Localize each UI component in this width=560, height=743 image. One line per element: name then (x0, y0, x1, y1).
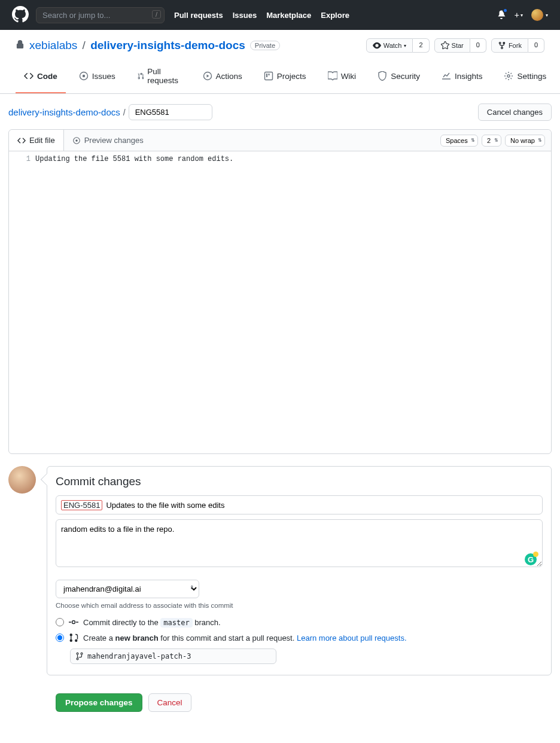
commit-summary-input[interactable] (104, 501, 537, 510)
slash-key-hint: / (152, 10, 161, 19)
user-avatar (8, 466, 36, 494)
commit-email-select[interactable]: jmahendran@digital.ai (56, 580, 199, 598)
fork-count[interactable]: 0 (528, 38, 544, 53)
commit-newbranch-radio[interactable] (56, 634, 64, 642)
preview-changes-tab[interactable]: Preview changes (64, 130, 152, 151)
cancel-button[interactable]: Cancel (148, 693, 191, 712)
watch-count[interactable]: 2 (413, 38, 429, 53)
nav-explore[interactable]: Explore (321, 11, 349, 20)
breadcrumb-root[interactable]: delivery-insights-demo-docs (8, 107, 120, 117)
pull-request-icon (69, 633, 78, 642)
indent-mode-select[interactable]: Spaces (440, 135, 478, 147)
create-menu[interactable]: +▾ (515, 10, 523, 20)
cancel-changes-button[interactable]: Cancel changes (478, 103, 552, 121)
email-hint: Choose which email address to associate … (56, 602, 543, 609)
tab-pulls[interactable]: Pull requests (129, 62, 190, 93)
star-count[interactable]: 0 (470, 38, 486, 53)
github-logo[interactable] (12, 6, 29, 25)
svg-point-12 (77, 658, 78, 660)
crumb-sep: / (83, 39, 86, 51)
tab-insights[interactable]: Insights (433, 62, 491, 93)
svg-point-1 (83, 75, 85, 77)
fork-button[interactable]: Fork (491, 38, 528, 53)
filename-input[interactable] (129, 104, 212, 120)
svg-point-6 (507, 75, 510, 77)
line-number: 1 (9, 155, 31, 163)
nav-marketplace[interactable]: Marketplace (266, 11, 311, 20)
commit-title: Commit changes (56, 475, 543, 488)
owner-link[interactable]: xebialabs (29, 39, 77, 51)
learn-more-link[interactable]: Learn more about pull requests. (297, 634, 407, 642)
tab-security[interactable]: Security (369, 62, 428, 93)
commit-description-input[interactable]: random edits to a file in the repo. (56, 519, 543, 567)
master-branch-label: master (160, 618, 192, 628)
indent-size-select[interactable]: 2 (482, 135, 501, 147)
tab-actions[interactable]: Actions (194, 62, 251, 93)
visibility-badge: Private (250, 41, 280, 50)
search-input[interactable] (36, 7, 165, 23)
svg-rect-3 (264, 72, 272, 80)
tab-projects[interactable]: Projects (255, 62, 315, 93)
svg-rect-5 (268, 74, 269, 75)
commit-direct-radio[interactable] (56, 618, 64, 626)
star-button[interactable]: Star (434, 38, 470, 53)
user-menu[interactable]: ▾ (531, 9, 548, 21)
code-line: Updating the file 5581 with some random … (35, 155, 551, 163)
tab-wiki[interactable]: Wiki (319, 62, 365, 93)
nav-pulls[interactable]: Pull requests (174, 11, 223, 20)
svg-rect-4 (266, 74, 267, 77)
code-editor[interactable]: 1 Updating the file 5581 with some rando… (9, 151, 551, 453)
lock-icon (16, 40, 25, 51)
commit-icon (69, 617, 78, 627)
tab-settings[interactable]: Settings (495, 62, 555, 93)
svg-point-9 (72, 621, 75, 624)
watch-button[interactable]: Watch▾ (366, 38, 413, 53)
repo-link[interactable]: delivery-insights-demo-docs (90, 39, 245, 51)
avatar-icon (531, 9, 543, 21)
tab-code[interactable]: Code (16, 62, 66, 93)
svg-point-11 (81, 653, 83, 654)
propose-changes-button[interactable]: Propose changes (56, 693, 142, 712)
branch-name-input[interactable]: mahendranjayavel-patch-3 (70, 648, 276, 664)
wrap-mode-select[interactable]: No wrap (505, 135, 545, 147)
svg-point-10 (77, 653, 78, 654)
branch-icon (75, 652, 84, 660)
ticket-tag: ENG-5581 (61, 500, 102, 510)
svg-point-8 (75, 139, 78, 142)
edit-file-tab[interactable]: Edit file (9, 130, 64, 151)
grammarly-icon[interactable]: G (525, 553, 537, 565)
tab-issues[interactable]: Issues (71, 62, 124, 93)
notifications-icon[interactable] (497, 10, 506, 21)
nav-issues[interactable]: Issues (233, 11, 257, 20)
